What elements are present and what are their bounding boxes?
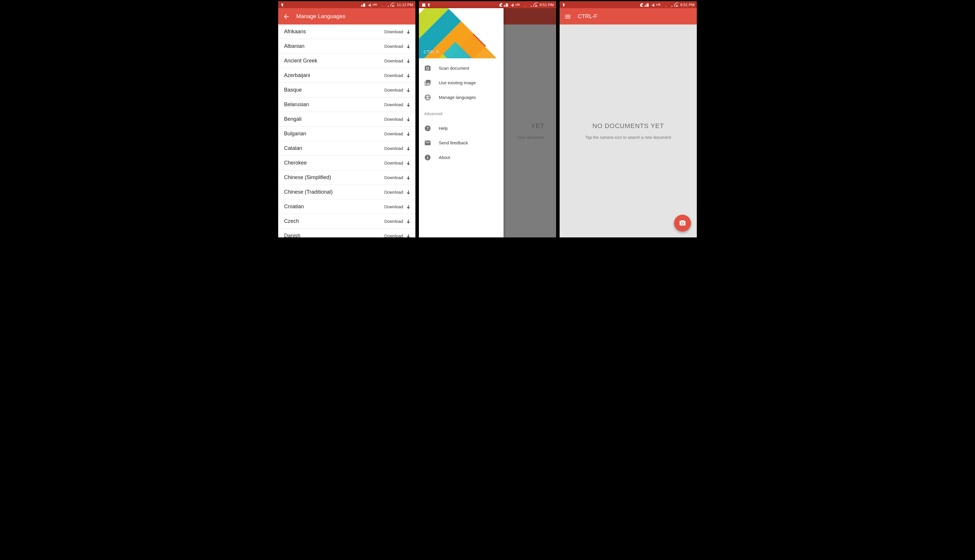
language-row[interactable]: Chinese (Traditional)Download (278, 185, 415, 200)
language-row[interactable]: BengaliDownload (278, 112, 415, 127)
download-button[interactable]: Download (385, 190, 410, 195)
help-icon (424, 125, 431, 131)
camera-fab[interactable] (674, 215, 691, 232)
download-button[interactable]: Download (385, 102, 410, 107)
language-row[interactable]: BasqueDownload (278, 83, 415, 97)
drawer-item-manage-languages[interactable]: Manage languages (419, 90, 503, 104)
drawer-item-about[interactable]: About (419, 150, 503, 165)
language-row[interactable]: CzechDownload (278, 214, 415, 229)
download-button[interactable]: Download (385, 88, 410, 92)
signal-icon (527, 3, 532, 7)
download-button[interactable]: Download (385, 205, 410, 209)
language-name: Cherokee (284, 160, 307, 166)
language-row[interactable]: BelarusianDownload (278, 97, 415, 112)
screen-drawer: LTE 9:51 PM YET new document (419, 1, 556, 237)
app-bar: Manage Languages (278, 8, 415, 25)
download-icon (405, 44, 410, 49)
signal-icon (668, 3, 672, 7)
drawer-item-send-feedback[interactable]: Send feedback (419, 135, 503, 150)
download-button[interactable]: Download (385, 30, 410, 34)
download-icon (405, 88, 410, 92)
download-label: Download (385, 117, 403, 122)
drawer-item-use-existing-image[interactable]: Use existing image (419, 75, 503, 90)
drawer-advanced-list: HelpSend feedbackAbout (419, 118, 503, 167)
language-name: Basque (284, 87, 302, 93)
download-icon (405, 175, 410, 180)
network-4g-icon (533, 3, 537, 7)
download-label: Download (385, 58, 403, 63)
vibrate-icon (504, 3, 508, 7)
signal-x-icon (379, 3, 383, 7)
download-button[interactable]: Download (385, 146, 410, 151)
download-button[interactable]: Download (385, 44, 410, 49)
phone-icon (281, 3, 284, 7)
download-icon (405, 117, 410, 122)
drawer-item-label: Help (439, 126, 448, 131)
download-label: Download (385, 175, 403, 180)
language-row[interactable]: DanishDownload (278, 229, 415, 237)
mail-icon (424, 139, 431, 146)
clock: 9:51 PM (540, 3, 554, 7)
language-name: Chinese (Traditional) (284, 189, 333, 195)
download-button[interactable]: Download (385, 219, 410, 224)
page-title: CTRL-F (578, 13, 597, 20)
language-list[interactable]: AfrikaansDownloadAlbanianDownloadAncient… (278, 25, 415, 237)
download-button[interactable]: Download (385, 132, 410, 136)
empty-subtext: Tap the camera icon to search a new docu… (585, 135, 671, 140)
signal-x-icon (522, 3, 526, 7)
language-row[interactable]: AzerbaijaniDownload (278, 68, 415, 83)
network-4g-icon (390, 3, 395, 7)
status-bar: LTE 11:12 PM (278, 1, 415, 8)
download-icon (405, 30, 410, 34)
download-label: Download (385, 205, 403, 209)
language-row[interactable]: BulgarianDownload (278, 127, 415, 141)
download-button[interactable]: Download (385, 58, 410, 63)
info-icon (424, 154, 431, 160)
language-row[interactable]: CherokeeDownload (278, 156, 415, 170)
drawer-item-label: Send feedback (439, 140, 468, 145)
download-button[interactable]: Download (385, 117, 410, 122)
signal-x-icon (662, 3, 666, 7)
language-name: Czech (284, 218, 299, 224)
lte-label: LTE (515, 3, 520, 6)
drawer-header: CTRL-F (419, 8, 503, 58)
language-row[interactable]: Chinese (Simplified)Download (278, 170, 415, 185)
language-row[interactable]: AlbanianDownload (278, 39, 415, 54)
drawer-item-label: Scan document (439, 66, 469, 71)
download-button[interactable]: Download (385, 233, 410, 238)
language-row[interactable]: CatalanDownload (278, 141, 415, 156)
empty-heading: NO DOCUMENTS YET (592, 122, 664, 130)
download-icon (405, 102, 410, 107)
language-name: Bulgarian (284, 131, 306, 137)
download-button[interactable]: Download (385, 161, 410, 165)
language-row[interactable]: CroatianDownload (278, 200, 415, 214)
drawer-item-label: Manage languages (439, 95, 476, 100)
language-name: Albanian (284, 43, 304, 49)
drawer-primary-list: Scan documentUse existing imageManage la… (419, 58, 503, 107)
app-bar: CTRL-F (560, 8, 697, 25)
clock: 11:12 PM (397, 3, 413, 7)
language-row[interactable]: AfrikaansDownload (278, 25, 415, 39)
download-icon (405, 205, 410, 209)
drawer-item-help[interactable]: Help (419, 121, 503, 135)
language-name: Belarusian (284, 102, 309, 108)
download-label: Download (385, 190, 403, 195)
download-button[interactable]: Download (385, 175, 410, 180)
back-icon[interactable] (283, 13, 289, 20)
language-name: Chinese (Simplified) (284, 174, 331, 180)
location-icon (639, 3, 643, 7)
nav-drawer: CTRL-F Scan documentUse existing imageMa… (419, 8, 503, 237)
screen-home-empty: LTE 9:51 PM CTRL-F NO DOCUMENTS YET Tap … (560, 1, 697, 237)
status-bar: LTE 9:51 PM (419, 1, 556, 8)
language-name: Azerbaijani (284, 72, 310, 78)
hash-icon (367, 3, 371, 7)
drawer-item-scan-document[interactable]: Scan document (419, 61, 503, 75)
download-icon (405, 132, 410, 136)
menu-icon[interactable] (564, 13, 571, 20)
image-stack-icon (424, 79, 431, 86)
language-row[interactable]: Ancient GreekDownload (278, 54, 415, 68)
camera-icon (679, 220, 686, 227)
download-button[interactable]: Download (385, 73, 410, 78)
vibrate-icon (361, 3, 365, 7)
picture-icon (421, 3, 425, 7)
